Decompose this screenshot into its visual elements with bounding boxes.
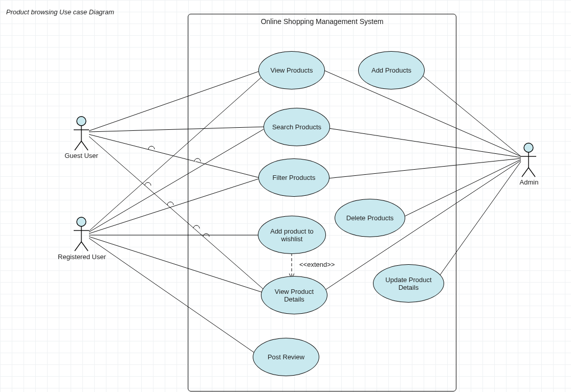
usecase-delete-products: Delete Products bbox=[335, 199, 405, 237]
svg-point-5 bbox=[77, 217, 86, 226]
svg-line-28 bbox=[328, 158, 521, 178]
svg-line-16 bbox=[89, 127, 266, 132]
usecase-view-details: View Product Details bbox=[261, 276, 327, 314]
actor-guest-icon bbox=[74, 117, 89, 150]
actor-registered-icon bbox=[74, 217, 89, 251]
usecase-post-review: Post Review bbox=[253, 338, 319, 376]
actor-guest-label: Guest User bbox=[63, 152, 99, 159]
svg-line-23 bbox=[89, 237, 264, 293]
svg-line-20 bbox=[89, 129, 263, 232]
svg-line-13 bbox=[522, 168, 529, 177]
usecase-search-products: Search Products bbox=[263, 108, 330, 146]
usecase-view-products: View Products bbox=[258, 51, 325, 89]
usecase-add-wishlist: Add product to wishlist bbox=[258, 216, 326, 254]
actor-admin-label: Admin bbox=[518, 178, 540, 186]
registered-associations bbox=[89, 78, 264, 357]
svg-line-15 bbox=[89, 72, 258, 131]
svg-line-18 bbox=[89, 136, 268, 293]
usecase-filter-products: Filter Products bbox=[258, 158, 330, 197]
line-jumps bbox=[145, 146, 209, 237]
svg-line-25 bbox=[324, 71, 521, 156]
svg-line-4 bbox=[81, 141, 88, 150]
svg-line-14 bbox=[529, 168, 535, 177]
usecase-update-details: Update Product Details bbox=[373, 264, 444, 303]
extend-label: <<extend>> bbox=[299, 261, 335, 268]
svg-point-10 bbox=[524, 143, 533, 152]
svg-line-21 bbox=[89, 179, 258, 234]
svg-line-26 bbox=[423, 76, 521, 156]
svg-line-8 bbox=[75, 242, 81, 251]
usecase-add-products: Add Products bbox=[358, 51, 425, 89]
svg-line-9 bbox=[81, 242, 88, 251]
svg-point-0 bbox=[77, 117, 86, 126]
admin-associations bbox=[324, 71, 521, 290]
svg-line-17 bbox=[89, 134, 260, 178]
svg-line-24 bbox=[89, 238, 261, 357]
svg-line-31 bbox=[437, 162, 521, 279]
svg-line-29 bbox=[401, 159, 521, 218]
guest-associations bbox=[89, 72, 268, 293]
svg-line-3 bbox=[75, 141, 81, 150]
actor-admin-icon bbox=[521, 143, 536, 177]
actor-registered-label: Registered User bbox=[55, 253, 108, 261]
